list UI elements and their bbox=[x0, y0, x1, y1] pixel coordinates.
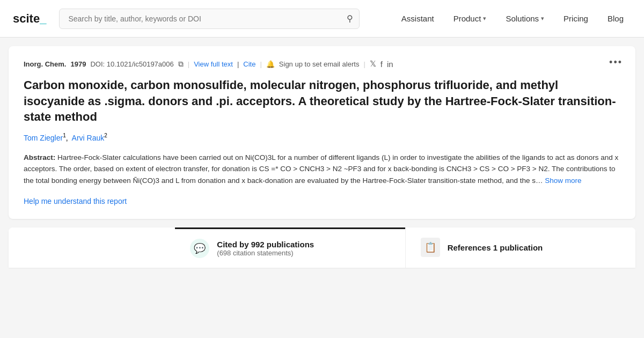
chevron-down-icon: ▾ bbox=[541, 15, 544, 22]
stats-bar: 💬 Cited by 992 publications (698 citatio… bbox=[9, 227, 635, 268]
copy-icon[interactable]: ⧉ bbox=[178, 60, 184, 69]
nav-item-solutions[interactable]: Solutions ▾ bbox=[498, 10, 552, 27]
nav-item-blog[interactable]: Blog bbox=[600, 10, 631, 27]
citation-icon: 💬 bbox=[190, 239, 209, 258]
cited-by-section[interactable]: 💬 Cited by 992 publications (698 citatio… bbox=[175, 227, 405, 268]
more-options-button[interactable]: ••• bbox=[609, 57, 623, 68]
search-bar: ⚲ bbox=[59, 9, 360, 29]
social-icons: 𝕏 f in bbox=[370, 59, 393, 69]
abstract-label: Abstract: bbox=[24, 153, 55, 161]
references-main-label: References 1 publication bbox=[448, 243, 543, 252]
references-section[interactable]: 📋 References 1 publication bbox=[405, 227, 635, 268]
paper-meta: Inorg. Chem. 1979 DOI: 10.1021/ic50197a0… bbox=[24, 59, 620, 69]
paper-doi: DOI: 10.1021/ic50197a006 bbox=[90, 60, 173, 68]
references-icon: 📋 bbox=[421, 238, 440, 257]
search-input[interactable] bbox=[59, 9, 360, 29]
paper-title: Carbon monoxide, carbon monosulfide, mol… bbox=[24, 77, 620, 125]
main-nav: Assistant Product ▾ Solutions ▾ Pricing … bbox=[394, 10, 631, 27]
author-link-ziegler[interactable]: Tom Ziegler bbox=[24, 134, 63, 142]
linkedin-icon[interactable]: in bbox=[387, 60, 393, 69]
site-logo[interactable]: scite_ bbox=[13, 12, 46, 26]
paper-authors: Tom Ziegler1, Arvi Rauk2 bbox=[24, 133, 620, 142]
main-content: Inorg. Chem. 1979 DOI: 10.1021/ic50197a0… bbox=[0, 38, 644, 268]
nav-item-product[interactable]: Product ▾ bbox=[446, 10, 494, 27]
nav-item-assistant[interactable]: Assistant bbox=[394, 10, 442, 27]
paper-journal: Inorg. Chem. bbox=[24, 60, 66, 68]
cite-link[interactable]: Cite bbox=[243, 60, 255, 68]
abstract-text: Hartree-Fock-Slater calculations have be… bbox=[24, 153, 618, 185]
chevron-down-icon: ▾ bbox=[483, 15, 486, 22]
site-header: scite_ ⚲ Assistant Product ▾ Solutions ▾… bbox=[0, 0, 644, 38]
bell-icon: 🔔 bbox=[266, 60, 275, 68]
help-understand-link[interactable]: Help me understand this report bbox=[24, 197, 127, 205]
facebook-icon[interactable]: f bbox=[380, 60, 383, 69]
stats-spacer bbox=[9, 227, 175, 268]
paper-card: Inorg. Chem. 1979 DOI: 10.1021/ic50197a0… bbox=[9, 46, 635, 219]
paper-year: 1979 bbox=[70, 60, 86, 68]
sign-up-text[interactable]: Sign up to set email alerts bbox=[279, 60, 360, 68]
show-more-link[interactable]: Show more bbox=[545, 177, 581, 185]
view-full-text-link[interactable]: View full text bbox=[194, 60, 233, 68]
cited-main-label: Cited by 992 publications bbox=[217, 240, 314, 249]
cited-text: Cited by 992 publications (698 citation … bbox=[217, 240, 314, 257]
search-icon[interactable]: ⚲ bbox=[347, 13, 353, 24]
author-link-rauk[interactable]: Arvi Rauk bbox=[72, 134, 105, 142]
citation-statements-label: (698 citation statements) bbox=[217, 249, 314, 257]
nav-item-pricing[interactable]: Pricing bbox=[556, 10, 596, 27]
paper-abstract: Abstract: Hartree-Fock-Slater calculatio… bbox=[24, 152, 620, 187]
twitter-icon[interactable]: 𝕏 bbox=[370, 59, 376, 69]
